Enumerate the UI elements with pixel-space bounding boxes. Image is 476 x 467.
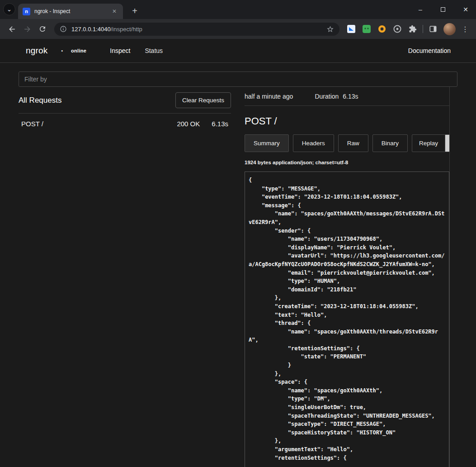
tunnel-status: online [71, 48, 86, 53]
puzzle-piece-icon [409, 25, 417, 33]
status-bullet-icon: • [61, 48, 63, 53]
clear-requests-button[interactable]: Clear Requests [175, 92, 231, 108]
extension-green-icon [363, 25, 371, 33]
request-body-json: { "type": "MESSAGE", "eventTime": "2023-… [245, 172, 449, 467]
browser-toolbar: 127.0.0.1:4040/inspect/http ⋮ [0, 19, 476, 39]
content-type-meta: 1924 bytes application/json; charset=utf… [245, 160, 449, 165]
ngrok-inspect-page: ngrok • online Inspect Status Documentat… [0, 39, 476, 467]
window-minimize-button[interactable]: – [415, 5, 425, 14]
duration-label: Duration [315, 93, 339, 100]
window-controls: – ✕ [415, 0, 471, 19]
extension-gray-icon [393, 25, 401, 33]
nav-status[interactable]: Status [145, 47, 163, 54]
back-arrow-icon [8, 25, 16, 33]
extension-blue-icon [347, 25, 355, 33]
ngrok-logo[interactable]: ngrok [26, 46, 48, 56]
window-maximize-button[interactable] [438, 5, 448, 14]
requests-title: All Requests [19, 96, 61, 105]
new-tab-button[interactable]: + [128, 5, 141, 17]
reload-icon [38, 25, 47, 33]
window-close-button[interactable]: ✕ [461, 5, 471, 14]
request-method-path: POST / [21, 120, 43, 128]
tab-summary[interactable]: Summary [245, 134, 289, 152]
extension-green-button[interactable] [359, 22, 374, 36]
side-panel-icon [429, 25, 437, 33]
toolbar-separator [423, 25, 423, 33]
duration-value: 6.13s [343, 93, 358, 100]
side-panel-button[interactable] [426, 22, 440, 36]
nav-inspect[interactable]: Inspect [110, 47, 130, 54]
maximize-icon [441, 7, 445, 12]
replay-button[interactable]: Replay [412, 134, 445, 152]
requests-panel: All Requests Clear Requests POST / 200 O… [19, 87, 231, 467]
tab-headers[interactable]: Headers [293, 134, 334, 152]
forward-arrow-icon [23, 25, 32, 33]
requests-panel-header: All Requests Clear Requests [19, 87, 231, 113]
url-host: 127.0.0.1:4040 [71, 26, 111, 33]
content-columns: All Requests Clear Requests POST / 200 O… [0, 87, 476, 467]
extension-orange-icon [378, 25, 386, 33]
tab-raw[interactable]: Raw [338, 134, 368, 152]
browser-tab[interactable]: n ngrok - Inspect ✕ [18, 4, 123, 19]
requests-list: POST / 200 OK 6.13s [19, 113, 231, 134]
request-time-ago: half a minute ago [245, 93, 293, 100]
extensions-menu-button[interactable] [405, 22, 420, 36]
tab-search-button[interactable]: ⌄ [3, 3, 15, 15]
filter-input[interactable] [19, 71, 457, 87]
site-info-icon[interactable] [60, 25, 67, 33]
reload-button[interactable] [35, 22, 50, 36]
profile-avatar[interactable] [443, 23, 456, 35]
replay-options-icon: = [449, 139, 450, 147]
tab-title: ngrok - Inspect [34, 8, 106, 14]
request-duration-summary: Duration 6.13s [315, 93, 358, 100]
detail-title: POST / [245, 115, 449, 127]
replay-button-group: Replay = [412, 134, 450, 152]
extension-gray-button[interactable] [390, 22, 405, 36]
chevron-down-icon: ⌄ [7, 6, 12, 13]
tab-close-icon[interactable]: ✕ [110, 7, 118, 15]
detail-header: half a minute ago Duration 6.13s [245, 87, 449, 106]
detail-panel: half a minute ago Duration 6.13s POST / … [245, 87, 450, 467]
replay-options-button[interactable]: = [445, 134, 450, 152]
filter-bar [19, 71, 457, 87]
bookmark-star-button[interactable] [326, 25, 334, 33]
ngrok-favicon-icon: n [23, 8, 30, 15]
request-duration: 6.13s [212, 120, 228, 128]
documentation-link[interactable]: Documentation [408, 47, 451, 54]
forward-button[interactable] [20, 22, 34, 36]
request-status: 200 OK [177, 120, 200, 128]
detail-tabs: Summary Headers Raw Binary Replay = [245, 134, 449, 152]
extension-orange-button[interactable] [375, 22, 389, 36]
url-text: 127.0.0.1:4040/inspect/http [71, 26, 142, 33]
browser-menu-button[interactable]: ⋮ [459, 23, 471, 35]
back-button[interactable] [5, 22, 19, 36]
tab-binary[interactable]: Binary [372, 134, 408, 152]
request-row[interactable]: POST / 200 OK 6.13s [19, 114, 231, 134]
star-icon [326, 25, 334, 33]
url-path: /inspect/http [111, 26, 142, 33]
app-header: ngrok • online Inspect Status Documentat… [0, 39, 476, 63]
address-bar[interactable]: 127.0.0.1:4040/inspect/http [54, 23, 339, 36]
extension-blue-button[interactable] [344, 22, 358, 36]
browser-titlebar: ⌄ n ngrok - Inspect ✕ + – ✕ [0, 0, 476, 19]
